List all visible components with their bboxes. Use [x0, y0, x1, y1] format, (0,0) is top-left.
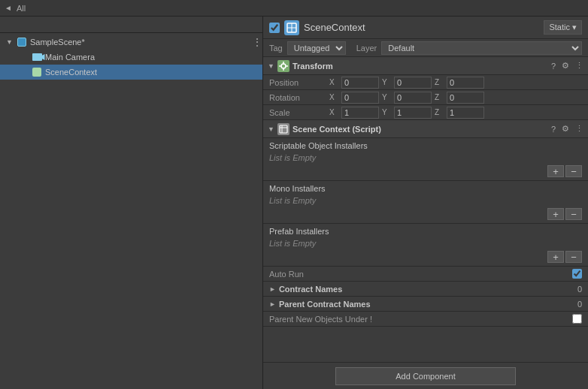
scene-context-icon	[277, 123, 289, 135]
parent-new-objects-row: Parent New Objects Under !	[263, 312, 588, 327]
prefab-add-btn[interactable]: +	[547, 251, 564, 263]
scriptable-installers-section: Scriptable Object Installers List is Emp…	[263, 138, 588, 181]
scene-icon	[17, 37, 27, 47]
transform-help-icon[interactable]: ?	[551, 62, 556, 71]
mono-installers-title: Mono Installers	[269, 184, 582, 193]
position-z-input[interactable]	[447, 77, 484, 89]
rotation-y-axis: Y	[382, 93, 393, 101]
mono-installers-buttons: + −	[269, 208, 582, 220]
position-x-field: X	[329, 77, 379, 89]
scale-z-input[interactable]	[447, 107, 484, 119]
object-name-label: SceneContext	[304, 22, 539, 33]
mono-installers-section: Mono Installers List is Empty + −	[263, 181, 588, 224]
scriptable-installers-buttons: + −	[269, 165, 582, 177]
contract-names-arrow: ►	[269, 285, 276, 293]
scriptable-add-btn[interactable]: +	[547, 165, 564, 177]
transform-icon	[277, 60, 289, 72]
scenecontext-icon	[32, 67, 42, 77]
position-y-axis: Y	[382, 78, 393, 86]
rotation-fields: X Y Z	[329, 92, 582, 104]
transform-title: Transform	[292, 62, 548, 71]
scene-context-expand-arrow[interactable]: ▼	[268, 125, 274, 133]
auto-run-label: Auto Run	[269, 270, 572, 279]
scene-menu-icon[interactable]: ⋮	[252, 36, 262, 48]
camera-item-label: Main Camera	[45, 53, 95, 62]
add-component-bar: Add Component	[263, 362, 588, 389]
scriptable-remove-btn[interactable]: −	[565, 165, 582, 177]
main-layout: ▼ SampleScene* ⋮ Main Camera	[0, 17, 588, 389]
parent-new-objects-checkbox[interactable]	[572, 314, 582, 324]
position-row: Position X Y Z	[263, 75, 588, 90]
parent-contract-names-label: Parent Contract Names	[279, 300, 577, 309]
scenecontext-item-label: SceneContext	[45, 68, 97, 77]
scriptable-installers-empty: List is Empty	[269, 152, 582, 164]
scale-x-input[interactable]	[341, 107, 379, 119]
static-button[interactable]: Static ▾	[544, 20, 582, 35]
position-z-field: Z	[435, 77, 484, 89]
inspector-scroll-area[interactable]: ▼ Transform ? ⚙ ⋮	[263, 57, 588, 362]
contract-names-row[interactable]: ► Contract Names 0	[263, 282, 588, 297]
position-y-field: Y	[382, 77, 432, 89]
transform-settings-icon[interactable]: ⚙	[562, 61, 569, 71]
transform-menu-icon[interactable]: ⋮	[575, 61, 583, 71]
auto-run-checkbox[interactable]	[572, 269, 582, 279]
tag-select[interactable]: Untagged	[287, 41, 346, 55]
rotation-z-axis: Z	[435, 93, 445, 101]
auto-run-row: Auto Run	[263, 267, 588, 282]
camera-icon	[32, 52, 42, 62]
scale-z-axis: Z	[435, 108, 445, 116]
scene-context-help-icon[interactable]: ?	[551, 125, 556, 134]
mono-installers-empty: List is Empty	[269, 194, 582, 207]
tag-label: Tag	[269, 44, 283, 53]
position-x-input[interactable]	[341, 77, 379, 89]
position-z-axis: Z	[435, 78, 445, 86]
top-bar: ◄ All	[0, 0, 588, 17]
svg-rect-8	[280, 125, 287, 133]
rotation-x-axis: X	[329, 93, 340, 101]
scale-x-axis: X	[329, 108, 340, 116]
parent-contract-names-count: 0	[577, 300, 582, 309]
tag-layer-row: Tag Untagged Layer Default	[263, 39, 588, 57]
scale-y-input[interactable]	[394, 107, 432, 119]
scale-x-field: X	[329, 107, 379, 119]
rotation-z-field: Z	[435, 92, 484, 104]
add-component-button[interactable]: Add Component	[335, 367, 516, 385]
prefab-installers-empty: List is Empty	[269, 237, 582, 249]
scene-context-menu-icon[interactable]: ⋮	[575, 124, 583, 134]
hierarchy-item-scenecontext[interactable]: SceneContext	[0, 65, 262, 80]
position-y-input[interactable]	[394, 77, 432, 89]
position-x-axis: X	[329, 78, 340, 86]
mono-remove-btn[interactable]: −	[565, 208, 582, 220]
rotation-z-input[interactable]	[447, 92, 484, 104]
scene-context-settings-icon[interactable]: ⚙	[562, 124, 569, 134]
scale-z-field: Z	[435, 107, 484, 119]
layer-select[interactable]: Default	[381, 41, 582, 55]
scale-fields: X Y Z	[329, 107, 582, 119]
object-icon	[284, 20, 299, 35]
prefab-installers-section: Prefab Installers List is Empty + −	[263, 224, 588, 267]
inspector-header: SceneContext Static ▾	[263, 17, 588, 39]
hierarchy-item-samplescene[interactable]: ▼ SampleScene* ⋮	[0, 35, 262, 50]
parent-contract-names-arrow: ►	[269, 300, 276, 308]
object-enabled-checkbox[interactable]	[269, 23, 280, 33]
prefab-installers-title: Prefab Installers	[269, 227, 582, 236]
mono-add-btn[interactable]: +	[547, 208, 564, 220]
hierarchy-item-maincamera[interactable]: Main Camera	[0, 50, 262, 65]
scale-y-axis: Y	[382, 108, 393, 116]
parent-contract-names-row[interactable]: ► Parent Contract Names 0	[263, 297, 588, 312]
hierarchy-header	[0, 17, 262, 33]
hierarchy-content: ▼ SampleScene* ⋮ Main Camera	[0, 33, 262, 389]
rotation-label: Rotation	[269, 93, 329, 102]
contract-names-label: Contract Names	[279, 285, 577, 294]
rotation-y-input[interactable]	[394, 92, 432, 104]
transform-actions: ? ⚙ ⋮	[551, 61, 583, 71]
prefab-remove-btn[interactable]: −	[565, 251, 582, 263]
back-arrow-icon[interactable]: ◄	[5, 4, 12, 12]
scene-context-actions: ? ⚙ ⋮	[551, 124, 583, 134]
transform-expand-arrow[interactable]: ▼	[268, 62, 274, 70]
layer-label: Layer	[356, 44, 377, 53]
all-label: All	[17, 4, 26, 13]
rotation-x-input[interactable]	[341, 92, 379, 104]
scene-expand-arrow: ▼	[6, 38, 14, 46]
scriptable-installers-title: Scriptable Object Installers	[269, 141, 582, 150]
